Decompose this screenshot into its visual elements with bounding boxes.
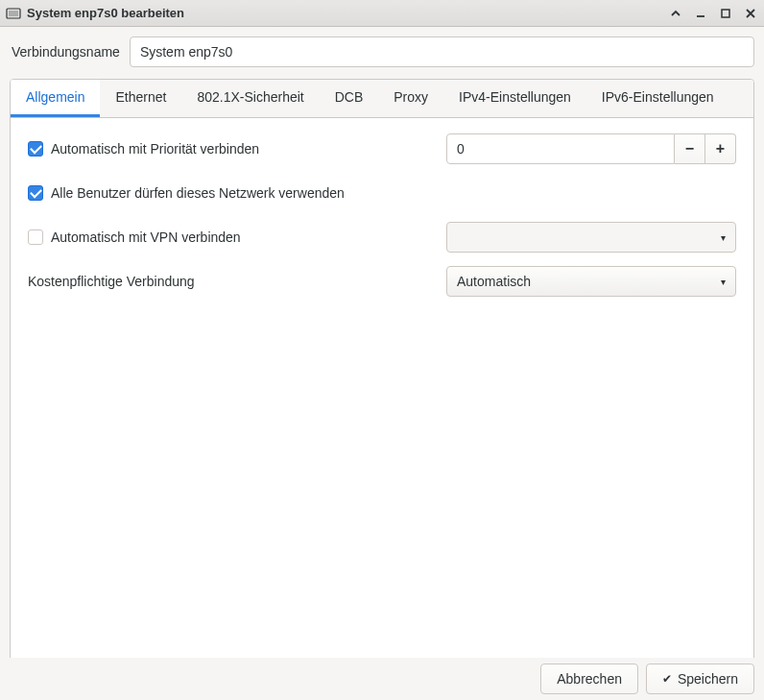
- priority-input[interactable]: [446, 133, 675, 164]
- maximize-button[interactable]: [718, 6, 733, 21]
- chevron-down-icon: ▾: [721, 277, 726, 287]
- tab-proxy[interactable]: Proxy: [378, 80, 443, 117]
- tab-general[interactable]: Allgemein: [11, 80, 100, 117]
- tab-content-general: Automatisch mit Priorität verbinden − + …: [11, 118, 753, 665]
- connection-name-label: Verbindungsname: [10, 44, 120, 60]
- tab-8021x[interactable]: 802.1X-Sicherheit: [181, 80, 319, 117]
- save-button[interactable]: ✔ Speichern: [646, 664, 754, 694]
- metered-label: Kostenpflichtige Verbindung: [28, 274, 195, 289]
- all-users-checkbox[interactable]: [28, 185, 43, 201]
- footer: Abbrechen ✔ Speichern: [0, 658, 764, 700]
- all-users-label: Alle Benutzer dürfen dieses Netzwerk ver…: [51, 185, 345, 201]
- app-icon: [6, 6, 21, 21]
- priority-spinner: − +: [446, 133, 736, 164]
- cancel-button-label: Abbrechen: [557, 671, 622, 687]
- tab-ipv6[interactable]: IPv6-Einstellungen: [586, 80, 729, 117]
- up-button[interactable]: [668, 6, 683, 21]
- auto-priority-row: Automatisch mit Priorität verbinden − +: [28, 133, 736, 164]
- connection-name-input[interactable]: [130, 36, 754, 67]
- check-icon: ✔: [662, 672, 672, 686]
- window-title: System enp7s0 bearbeiten: [27, 6, 668, 20]
- vpn-dropdown[interactable]: ▾: [446, 222, 736, 253]
- tab-dcb[interactable]: DCB: [320, 80, 379, 117]
- auto-vpn-checkbox[interactable]: [28, 229, 43, 245]
- cancel-button[interactable]: Abbrechen: [540, 664, 638, 694]
- chevron-down-icon: ▾: [721, 232, 726, 243]
- metered-row: Kostenpflichtige Verbindung Automatisch …: [28, 266, 736, 297]
- svg-rect-3: [722, 10, 729, 17]
- metered-dropdown-value: Automatisch: [457, 274, 531, 289]
- tab-ipv4[interactable]: IPv4-Einstellungen: [443, 80, 586, 117]
- window-controls: [668, 6, 758, 21]
- close-button[interactable]: [743, 6, 758, 21]
- all-users-row: Alle Benutzer dürfen dieses Netzwerk ver…: [28, 178, 736, 208]
- metered-dropdown[interactable]: Automatisch ▾: [446, 266, 736, 297]
- auto-vpn-label: Automatisch mit VPN verbinden: [51, 229, 241, 245]
- svg-rect-1: [9, 11, 18, 16]
- tab-bar: Allgemein Ethernet 802.1X-Sicherheit DCB…: [11, 80, 753, 118]
- tab-ethernet[interactable]: Ethernet: [100, 80, 181, 117]
- priority-increment-button[interactable]: +: [705, 133, 736, 164]
- connection-name-row: Verbindungsname: [10, 36, 754, 67]
- content-area: Verbindungsname Allgemein Ethernet 802.1…: [0, 27, 764, 676]
- titlebar: System enp7s0 bearbeiten: [0, 0, 764, 27]
- auto-vpn-row: Automatisch mit VPN verbinden ▾: [28, 222, 736, 253]
- auto-priority-label: Automatisch mit Priorität verbinden: [51, 141, 259, 157]
- minimize-button[interactable]: [693, 6, 708, 21]
- auto-priority-checkbox[interactable]: [28, 141, 43, 157]
- tab-container: Allgemein Ethernet 802.1X-Sicherheit DCB…: [10, 79, 754, 666]
- save-button-label: Speichern: [678, 671, 738, 687]
- priority-decrement-button[interactable]: −: [675, 133, 705, 164]
